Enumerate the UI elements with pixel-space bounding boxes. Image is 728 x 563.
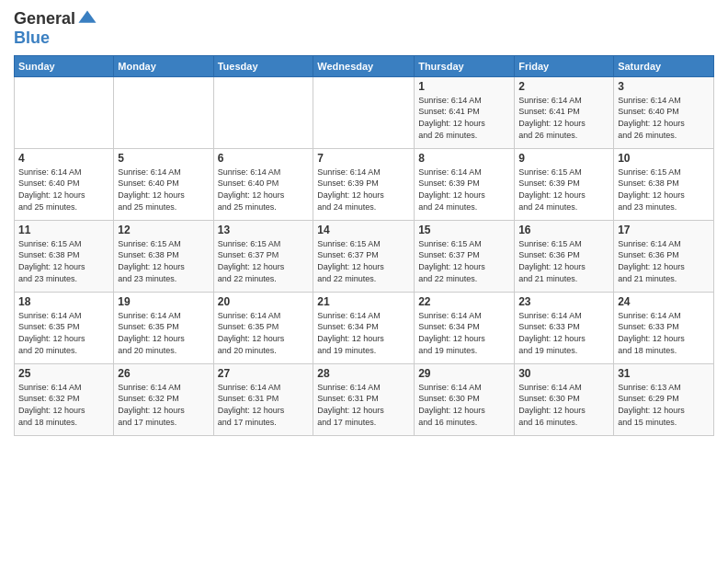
week-row-4: 18Sunrise: 6:14 AMSunset: 6:35 PMDayligh… xyxy=(15,292,714,363)
calendar-cell: 12Sunrise: 6:15 AMSunset: 6:38 PMDayligh… xyxy=(114,220,213,292)
day-number: 27 xyxy=(218,367,310,380)
day-number: 6 xyxy=(218,152,310,165)
day-info: Sunrise: 6:14 AMSunset: 6:36 PMDaylight:… xyxy=(618,238,710,284)
calendar-cell: 22Sunrise: 6:14 AMSunset: 6:34 PMDayligh… xyxy=(415,292,515,363)
day-info: Sunrise: 6:14 AMSunset: 6:40 PMDaylight:… xyxy=(618,95,710,141)
day-number: 28 xyxy=(317,367,410,380)
logo-text: General Blue xyxy=(14,9,97,48)
day-number: 4 xyxy=(18,152,109,165)
day-number: 7 xyxy=(317,152,410,165)
calendar-cell: 19Sunrise: 6:14 AMSunset: 6:35 PMDayligh… xyxy=(114,292,213,363)
day-number: 31 xyxy=(618,367,710,380)
calendar-cell: 2Sunrise: 6:14 AMSunset: 6:41 PMDaylight… xyxy=(515,76,614,148)
calendar-cell: 9Sunrise: 6:15 AMSunset: 6:39 PMDaylight… xyxy=(515,148,614,220)
day-number: 16 xyxy=(518,224,609,236)
calendar-cell: 10Sunrise: 6:15 AMSunset: 6:38 PMDayligh… xyxy=(614,148,714,220)
weekday-header-saturday: Saturday xyxy=(614,55,714,76)
day-info: Sunrise: 6:14 AMSunset: 6:31 PMDaylight:… xyxy=(218,382,310,428)
calendar-cell: 4Sunrise: 6:14 AMSunset: 6:40 PMDaylight… xyxy=(15,148,114,220)
calendar-cell: 20Sunrise: 6:14 AMSunset: 6:35 PMDayligh… xyxy=(213,292,313,363)
weekday-header-wednesday: Wednesday xyxy=(313,55,415,76)
day-info: Sunrise: 6:14 AMSunset: 6:30 PMDaylight:… xyxy=(518,382,609,428)
calendar-cell: 24Sunrise: 6:14 AMSunset: 6:33 PMDayligh… xyxy=(614,292,714,363)
day-info: Sunrise: 6:14 AMSunset: 6:31 PMDaylight:… xyxy=(317,382,410,428)
day-number: 17 xyxy=(618,224,710,236)
day-number: 26 xyxy=(118,367,209,380)
day-info: Sunrise: 6:15 AMSunset: 6:39 PMDaylight:… xyxy=(518,167,609,213)
week-row-1: 1Sunrise: 6:14 AMSunset: 6:41 PMDaylight… xyxy=(15,76,714,148)
calendar-cell xyxy=(15,76,114,148)
weekday-header-row: SundayMondayTuesdayWednesdayThursdayFrid… xyxy=(15,55,714,76)
calendar-cell: 26Sunrise: 6:14 AMSunset: 6:32 PMDayligh… xyxy=(114,363,213,435)
day-info: Sunrise: 6:14 AMSunset: 6:35 PMDaylight:… xyxy=(118,310,209,356)
day-number: 5 xyxy=(118,152,209,165)
calendar-cell: 27Sunrise: 6:14 AMSunset: 6:31 PMDayligh… xyxy=(213,363,313,435)
day-number: 13 xyxy=(218,224,310,236)
calendar-cell: 1Sunrise: 6:14 AMSunset: 6:41 PMDaylight… xyxy=(415,76,515,148)
day-info: Sunrise: 6:14 AMSunset: 6:34 PMDaylight:… xyxy=(418,310,510,356)
weekday-header-sunday: Sunday xyxy=(15,55,114,76)
day-number: 20 xyxy=(218,295,310,308)
calendar-cell: 14Sunrise: 6:15 AMSunset: 6:37 PMDayligh… xyxy=(313,220,415,292)
day-number: 22 xyxy=(418,295,510,308)
calendar-cell: 28Sunrise: 6:14 AMSunset: 6:31 PMDayligh… xyxy=(313,363,415,435)
calendar-cell: 13Sunrise: 6:15 AMSunset: 6:37 PMDayligh… xyxy=(213,220,313,292)
calendar-cell: 11Sunrise: 6:15 AMSunset: 6:38 PMDayligh… xyxy=(15,220,114,292)
day-number: 8 xyxy=(418,152,510,165)
day-number: 1 xyxy=(418,80,510,93)
calendar-cell: 21Sunrise: 6:14 AMSunset: 6:34 PMDayligh… xyxy=(313,292,415,363)
day-info: Sunrise: 6:14 AMSunset: 6:32 PMDaylight:… xyxy=(18,382,109,428)
day-number: 10 xyxy=(618,152,710,165)
day-info: Sunrise: 6:14 AMSunset: 6:33 PMDaylight:… xyxy=(618,310,710,356)
calendar-cell: 25Sunrise: 6:14 AMSunset: 6:32 PMDayligh… xyxy=(15,363,114,435)
day-number: 29 xyxy=(418,367,510,380)
day-number: 19 xyxy=(118,295,209,308)
day-number: 12 xyxy=(118,224,209,236)
day-number: 23 xyxy=(518,295,609,308)
day-info: Sunrise: 6:14 AMSunset: 6:30 PMDaylight:… xyxy=(418,382,510,428)
calendar-cell: 7Sunrise: 6:14 AMSunset: 6:39 PMDaylight… xyxy=(313,148,415,220)
calendar-cell: 8Sunrise: 6:14 AMSunset: 6:39 PMDaylight… xyxy=(415,148,515,220)
logo: General Blue xyxy=(14,9,97,48)
calendar-cell: 31Sunrise: 6:13 AMSunset: 6:29 PMDayligh… xyxy=(614,363,714,435)
day-number: 30 xyxy=(518,367,609,380)
header: General Blue xyxy=(14,9,714,48)
week-row-3: 11Sunrise: 6:15 AMSunset: 6:38 PMDayligh… xyxy=(15,220,714,292)
day-info: Sunrise: 6:15 AMSunset: 6:37 PMDaylight:… xyxy=(218,238,310,284)
week-row-5: 25Sunrise: 6:14 AMSunset: 6:32 PMDayligh… xyxy=(15,363,714,435)
calendar-body: 1Sunrise: 6:14 AMSunset: 6:41 PMDaylight… xyxy=(15,76,714,435)
day-number: 24 xyxy=(618,295,710,308)
day-number: 11 xyxy=(18,224,109,236)
day-info: Sunrise: 6:14 AMSunset: 6:40 PMDaylight:… xyxy=(118,167,209,213)
day-info: Sunrise: 6:14 AMSunset: 6:35 PMDaylight:… xyxy=(218,310,310,356)
day-info: Sunrise: 6:14 AMSunset: 6:39 PMDaylight:… xyxy=(418,167,510,213)
day-number: 2 xyxy=(518,80,609,93)
calendar-cell: 16Sunrise: 6:15 AMSunset: 6:36 PMDayligh… xyxy=(515,220,614,292)
day-info: Sunrise: 6:15 AMSunset: 6:38 PMDaylight:… xyxy=(618,167,710,213)
day-number: 9 xyxy=(518,152,609,165)
day-info: Sunrise: 6:15 AMSunset: 6:37 PMDaylight:… xyxy=(317,238,410,284)
svg-marker-0 xyxy=(79,10,97,22)
weekday-header-monday: Monday xyxy=(114,55,213,76)
calendar-cell: 17Sunrise: 6:14 AMSunset: 6:36 PMDayligh… xyxy=(614,220,714,292)
weekday-header-tuesday: Tuesday xyxy=(213,55,313,76)
calendar-cell: 15Sunrise: 6:15 AMSunset: 6:37 PMDayligh… xyxy=(415,220,515,292)
day-info: Sunrise: 6:14 AMSunset: 6:40 PMDaylight:… xyxy=(218,167,310,213)
day-info: Sunrise: 6:14 AMSunset: 6:40 PMDaylight:… xyxy=(18,167,109,213)
calendar-cell: 5Sunrise: 6:14 AMSunset: 6:40 PMDaylight… xyxy=(114,148,213,220)
day-number: 14 xyxy=(317,224,410,236)
day-number: 21 xyxy=(317,295,410,308)
page-container: General Blue SundayMondayTuesdayWednesda… xyxy=(0,0,728,445)
day-info: Sunrise: 6:14 AMSunset: 6:39 PMDaylight:… xyxy=(317,167,410,213)
day-info: Sunrise: 6:15 AMSunset: 6:38 PMDaylight:… xyxy=(18,238,109,284)
calendar-cell: 23Sunrise: 6:14 AMSunset: 6:33 PMDayligh… xyxy=(515,292,614,363)
day-info: Sunrise: 6:13 AMSunset: 6:29 PMDaylight:… xyxy=(618,382,710,428)
calendar-cell: 18Sunrise: 6:14 AMSunset: 6:35 PMDayligh… xyxy=(15,292,114,363)
day-info: Sunrise: 6:14 AMSunset: 6:33 PMDaylight:… xyxy=(518,310,609,356)
day-number: 3 xyxy=(618,80,710,93)
calendar-cell: 6Sunrise: 6:14 AMSunset: 6:40 PMDaylight… xyxy=(213,148,313,220)
week-row-2: 4Sunrise: 6:14 AMSunset: 6:40 PMDaylight… xyxy=(15,148,714,220)
weekday-header-thursday: Thursday xyxy=(415,55,515,76)
day-info: Sunrise: 6:14 AMSunset: 6:35 PMDaylight:… xyxy=(18,310,109,356)
calendar-cell: 30Sunrise: 6:14 AMSunset: 6:30 PMDayligh… xyxy=(515,363,614,435)
